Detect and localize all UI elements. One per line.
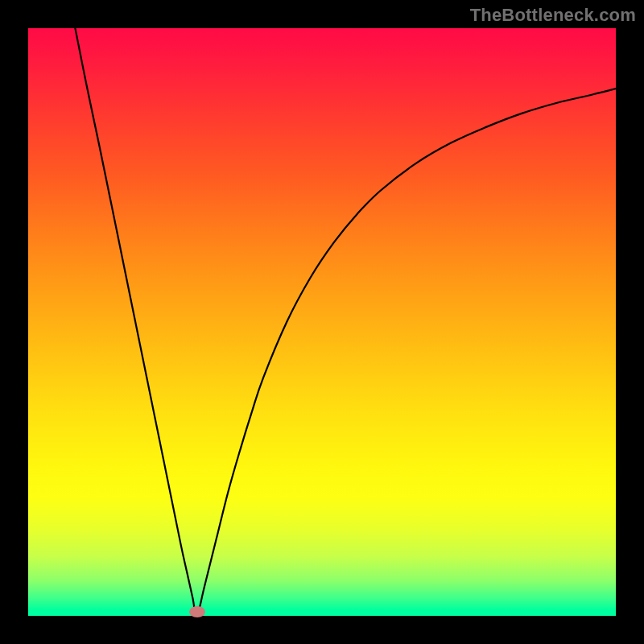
- bottleneck-curve: [28, 28, 616, 616]
- plot-area: [28, 28, 616, 616]
- chart-frame: TheBottleneck.com: [0, 0, 644, 644]
- minimum-marker: [189, 606, 205, 617]
- watermark-text: TheBottleneck.com: [470, 5, 636, 26]
